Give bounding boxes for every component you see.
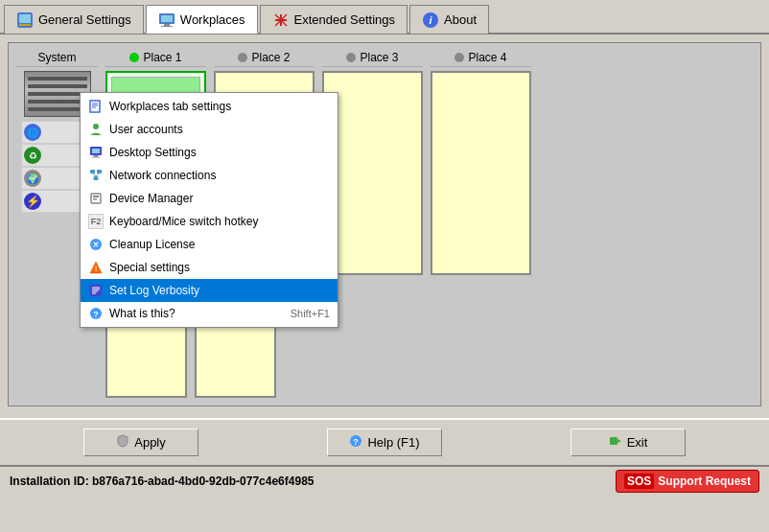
svg-marker-43	[618, 439, 621, 443]
menu-item-device-manager[interactable]: Device Manager	[81, 187, 338, 210]
tab-about-label: About	[444, 12, 477, 27]
menu-item-keyboard-hotkey[interactable]: F2 Keyboard/Mice switch hotkey	[81, 210, 338, 233]
network-icon	[88, 168, 104, 183]
menu-user-accounts-label: User accounts	[109, 123, 183, 136]
menu-item-desktop-settings[interactable]: Desktop Settings	[81, 141, 338, 164]
place-4-label: Place 4	[468, 51, 506, 64]
svg-rect-24	[94, 176, 99, 180]
log-icon	[88, 283, 104, 298]
svg-rect-23	[97, 170, 102, 173]
extended-settings-icon	[272, 12, 290, 29]
usb-icon: ⚡	[24, 193, 41, 210]
system-header: System	[16, 51, 98, 67]
menu-item-set-log-verbosity[interactable]: Set Log Verbosity	[81, 279, 338, 302]
apply-shield-icon	[116, 434, 129, 451]
tab-general-label: General Settings	[38, 12, 131, 27]
place-1-header: Place 1	[105, 51, 206, 67]
menu-item-cleanup-license[interactable]: Cleanup License	[81, 233, 338, 256]
svg-rect-2	[19, 24, 31, 26]
context-menu: Workplaces tab settings User accounts De…	[80, 92, 338, 328]
help-button[interactable]: ? Help (F1)	[327, 428, 442, 456]
tab-extended-label: Extended Settings	[294, 12, 396, 27]
svg-line-26	[96, 173, 100, 176]
menu-network-connections-label: Network connections	[109, 169, 216, 182]
main-content-area: System 🌐 ♻ 🌍	[0, 35, 769, 418]
svg-point-17	[93, 124, 99, 129]
place-3-label: Place 3	[360, 51, 398, 64]
tab-extended[interactable]: Extended Settings	[260, 5, 408, 34]
svg-rect-20	[94, 155, 98, 157]
menu-set-log-verbosity-label: Set Log Verbosity	[109, 284, 199, 297]
general-settings-icon	[16, 12, 34, 29]
menu-special-settings-label: Special settings	[109, 261, 190, 274]
menu-item-user-accounts[interactable]: User accounts	[81, 118, 338, 141]
menu-desktop-settings-label: Desktop Settings	[109, 146, 197, 159]
bottom-bar: Apply ? Help (F1) Exit	[0, 418, 769, 466]
svg-rect-5	[164, 24, 170, 26]
what-is-this-shortcut: Shift+F1	[291, 308, 330, 319]
menu-item-what-is-this[interactable]: ? What is this? Shift+F1	[81, 302, 338, 325]
menu-workplaces-tab-settings-label: Workplaces tab settings	[109, 100, 231, 113]
menu-keyboard-hotkey-label: Keyboard/Mice switch hotkey	[109, 215, 258, 228]
place-3-status-dot	[346, 53, 356, 62]
tab-bar: General Settings Workplaces Extended Set…	[0, 0, 769, 35]
svg-text:?: ?	[354, 437, 360, 447]
support-request-button[interactable]: SOS Support Request	[616, 470, 759, 493]
about-icon: i	[422, 12, 439, 29]
device-manager-icon	[88, 191, 104, 206]
place-1-status-dot	[129, 53, 139, 62]
svg-rect-1	[19, 14, 31, 23]
exit-icon	[609, 434, 622, 451]
menu-item-network-connections[interactable]: Network connections	[81, 164, 338, 187]
place-4-column: Place 4	[431, 51, 531, 275]
status-bar: Installation ID: b876a716-abad-4bd0-92db…	[0, 466, 769, 495]
installation-id-label: Installation ID:	[10, 474, 89, 488]
installation-id-text: Installation ID: b876a716-abad-4bd0-92db…	[10, 474, 314, 488]
tab-general[interactable]: General Settings	[4, 5, 144, 34]
svg-rect-28	[93, 196, 99, 197]
menu-item-workplaces-tab-settings[interactable]: Workplaces tab settings	[81, 95, 338, 118]
svg-text:?: ?	[93, 310, 99, 319]
recycle-icon: ♻	[24, 147, 41, 164]
page-icon	[88, 99, 104, 114]
cleanup-icon	[88, 237, 104, 252]
place-1-label: Place 1	[143, 51, 181, 64]
exit-button[interactable]: Exit	[571, 428, 686, 456]
sos-icon: SOS	[624, 474, 654, 489]
place-3-header: Place 3	[322, 51, 423, 67]
svg-rect-13	[90, 101, 100, 112]
support-request-label: Support Request	[658, 474, 751, 488]
place-2-header: Place 2	[214, 51, 315, 67]
tab-about[interactable]: i About	[409, 5, 489, 34]
svg-rect-19	[92, 149, 100, 153]
menu-cleanup-license-label: Cleanup License	[109, 238, 195, 251]
help-label: Help (F1)	[367, 435, 419, 450]
svg-rect-4	[161, 15, 173, 22]
place-4-header: Place 4	[431, 51, 531, 67]
svg-line-25	[93, 173, 97, 176]
network-globe-icon: 🌐	[24, 124, 41, 141]
svg-rect-29	[93, 198, 97, 200]
apply-button[interactable]: Apply	[83, 428, 198, 456]
svg-rect-33	[90, 285, 102, 296]
place-2-label: Place 2	[251, 51, 290, 64]
tab-workplaces[interactable]: Workplaces	[146, 5, 258, 34]
desktop-icon	[88, 145, 104, 160]
question-icon: ?	[88, 306, 104, 321]
menu-what-is-this-label: What is this?	[109, 307, 175, 320]
svg-rect-22	[90, 170, 95, 173]
tab-workplaces-label: Workplaces	[180, 12, 245, 27]
place-2-status-dot	[238, 53, 247, 62]
globe-icon: 🌍	[24, 170, 41, 187]
place-4-screen[interactable]	[431, 71, 531, 275]
apply-label: Apply	[134, 435, 166, 450]
svg-text:!: !	[95, 265, 98, 273]
svg-rect-42	[610, 437, 618, 445]
svg-rect-6	[161, 26, 173, 27]
f2-icon: F2	[88, 214, 104, 229]
help-icon: ?	[349, 434, 362, 451]
menu-item-special-settings[interactable]: ! Special settings	[81, 256, 338, 279]
installation-id-value: b876a716-abad-4bd0-92db-077c4e6f4985	[92, 474, 314, 488]
menu-device-manager-label: Device Manager	[109, 192, 193, 205]
user-icon	[88, 122, 104, 137]
